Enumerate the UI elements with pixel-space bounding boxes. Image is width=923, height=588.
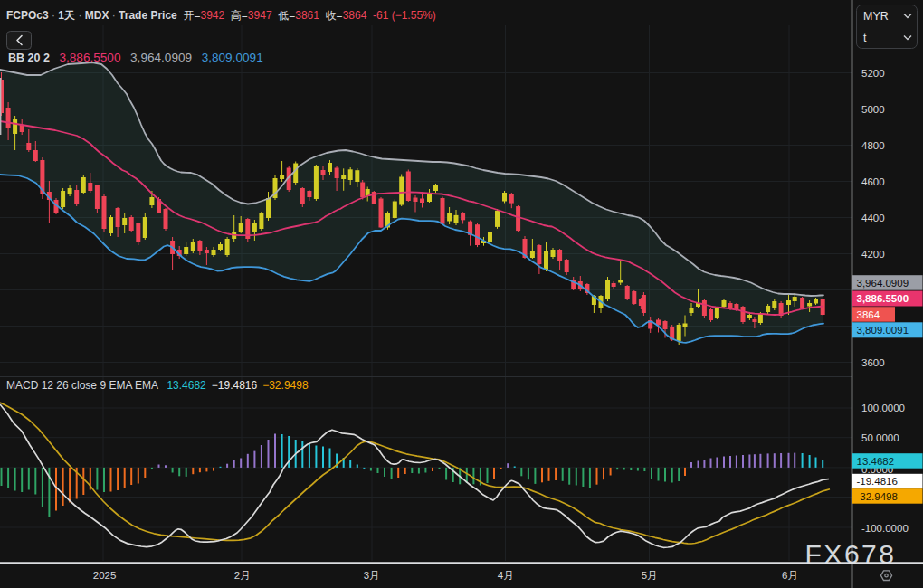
svg-text:FX678: FX678 [805,539,897,569]
svg-text:2月: 2月 [234,570,251,581]
svg-text:13.4682: 13.4682 [857,456,895,467]
svg-text:4400: 4400 [861,213,885,223]
svg-text:FCPOc3 · 1天 · MDX · Trade Pric: FCPOc3 · 1天 · MDX · Trade Price 开=3942 高… [6,9,436,22]
svg-text:3,964.0909: 3,964.0909 [857,278,909,289]
svg-text:2025: 2025 [93,570,117,581]
svg-text:5月: 5月 [642,570,658,581]
svg-text:4800: 4800 [861,140,885,151]
svg-text:4600: 4600 [861,176,885,187]
svg-text:BB 20 2 3,886.5500 3,964.090: BB 20 2 3,886.5500 3,964.0909 3,809.0091 [8,51,263,64]
svg-text:MYR: MYR [863,10,889,23]
svg-text:6月: 6月 [782,570,798,581]
svg-text:t: t [863,32,867,44]
svg-text:100.0000: 100.0000 [861,403,905,413]
svg-text:3月: 3月 [364,570,380,581]
svg-text:5000: 5000 [861,104,885,115]
svg-text:5200: 5200 [861,68,885,79]
svg-text:4月: 4月 [498,570,514,581]
svg-text:50.0000: 50.0000 [861,432,899,443]
svg-text:MACD 12 26 close 9 EMA EMA 13: MACD 12 26 close 9 EMA EMA 13.4682 −19.4… [6,379,309,392]
svg-text:3600: 3600 [861,357,885,368]
svg-text:3,809.0091: 3,809.0091 [857,325,909,336]
svg-text:-32.9498: -32.9498 [857,491,898,502]
svg-text:4200: 4200 [861,249,885,260]
svg-text:-100.0000: -100.0000 [861,523,909,534]
svg-text:-19.4816: -19.4816 [857,476,898,487]
svg-text:3,886.5500: 3,886.5500 [857,293,909,304]
svg-text:3864: 3864 [857,309,880,320]
